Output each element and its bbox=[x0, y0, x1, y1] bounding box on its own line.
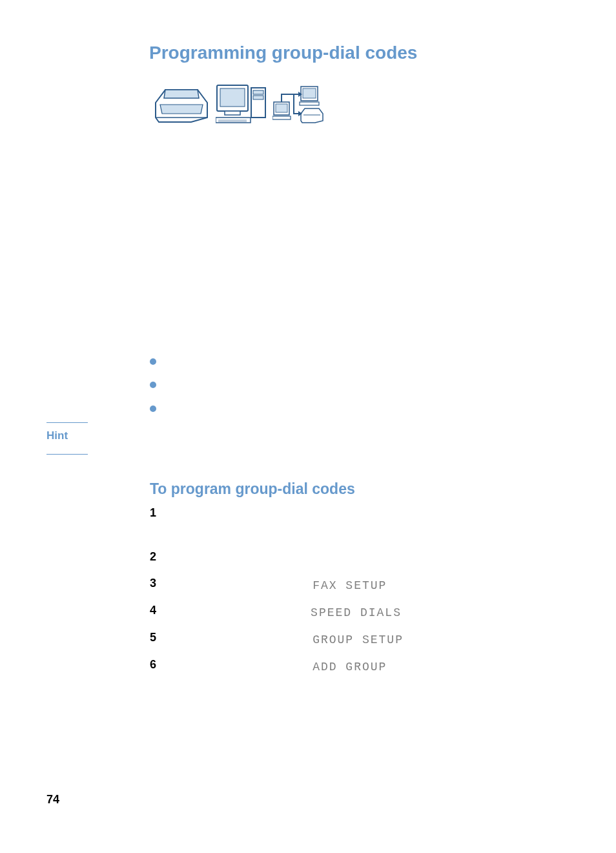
step-item: 4 Press Enter/Menu to select SPEED DIALS… bbox=[150, 604, 558, 622]
step-text: Press Enter/Menu. bbox=[168, 550, 558, 568]
step-number: 3 bbox=[150, 577, 168, 590]
lcd-display-text: FAX SETUP bbox=[313, 579, 387, 592]
svg-rect-5 bbox=[253, 96, 263, 99]
step-number: 6 bbox=[150, 658, 168, 672]
svg-rect-14 bbox=[300, 102, 319, 105]
svg-rect-10 bbox=[276, 104, 287, 112]
bullet-text: To program group-dial codes bbox=[165, 355, 313, 371]
hint-text: Speed-dial codes, one-touch keys, and gr… bbox=[150, 429, 558, 460]
bullet-item: To delete an individual in a group-dial … bbox=[150, 402, 558, 418]
bullet-item: To program group-dial codes bbox=[150, 355, 558, 371]
step-text: Press Enter/Menu to select SPEED DIALS. bbox=[168, 604, 558, 622]
desktop-computer-icon bbox=[216, 83, 267, 124]
svg-rect-13 bbox=[303, 88, 316, 98]
step-text-span: Use the < or > key to select bbox=[168, 579, 313, 591]
bullet-text: To delete an individual in a group-dial … bbox=[165, 402, 385, 418]
step-text-span: . bbox=[402, 606, 405, 619]
hint-label: Hint bbox=[46, 423, 88, 454]
step-text: Assign a speed-dial code to each fax num… bbox=[168, 506, 558, 541]
printer-icon bbox=[152, 87, 210, 124]
step-item: 5 Use the < or > key to select GROUP SET… bbox=[150, 631, 558, 649]
intro-paragraph-2: Any individual can be added to a group. … bbox=[150, 232, 558, 280]
step-number: 5 bbox=[150, 631, 168, 644]
step-number: 2 bbox=[150, 550, 168, 564]
instructions-lead-in: Use the instructions below to manage you… bbox=[150, 303, 558, 319]
step-number: 4 bbox=[150, 604, 168, 617]
step-text-span: Assign a speed-dial code to each fax num… bbox=[168, 508, 542, 539]
step-text-span: Use the < or > key to select bbox=[168, 633, 313, 646]
step-text-span: Use the < or > key to select bbox=[168, 660, 313, 673]
step-text-span: and press Enter/Menu. bbox=[404, 633, 524, 646]
chapter-label: Chapter 3 — Managing contacts and group … bbox=[77, 793, 336, 807]
device-illustration bbox=[152, 83, 324, 124]
lcd-display-text: GROUP SETUP bbox=[313, 633, 404, 646]
bullet-dot-icon bbox=[150, 382, 156, 388]
step-item: 6 Use the < or > key to select ADD GROUP… bbox=[150, 658, 558, 676]
lcd-display-text: ADD GROUP bbox=[313, 661, 387, 673]
bullet-dot-icon bbox=[150, 406, 156, 412]
step-text: Use the < or > key to select GROUP SETUP… bbox=[168, 631, 558, 649]
step-text-span: and press Enter/Menu. bbox=[387, 579, 508, 591]
intro-paragraph-1: If you send information to the same grou… bbox=[150, 145, 558, 208]
lcd-display-text: SPEED DIALS bbox=[311, 606, 402, 619]
svg-rect-1 bbox=[220, 88, 245, 107]
step-item: 3 Use the < or > key to select FAX SETUP… bbox=[150, 577, 558, 595]
svg-rect-11 bbox=[272, 116, 291, 119]
step-text-span: Press Enter/Menu to select bbox=[168, 606, 311, 619]
hint-bottom-rule bbox=[46, 454, 88, 455]
step-item: 2 Press Enter/Menu. bbox=[150, 550, 558, 568]
bullet-text: To delete group-dial codes bbox=[165, 378, 302, 394]
page-title: Programming group-dial codes bbox=[149, 43, 417, 63]
step-text-span: Press Enter/Menu. bbox=[168, 552, 264, 565]
step-text: Use the < or > key to select ADD GROUP a… bbox=[168, 658, 558, 676]
network-computer-printer-icon bbox=[272, 85, 324, 124]
step-number: 1 bbox=[150, 506, 168, 520]
svg-rect-4 bbox=[253, 90, 263, 94]
step-item: 1 Assign a speed-dial code to each fax n… bbox=[150, 506, 558, 541]
page-number: 74 bbox=[46, 793, 59, 807]
section-heading: To program group-dial codes bbox=[150, 480, 355, 498]
bullet-item: To delete group-dial codes bbox=[150, 378, 558, 394]
bullet-list: To program group-dial codes To delete gr… bbox=[150, 355, 558, 426]
step-list: 1 Assign a speed-dial code to each fax n… bbox=[150, 506, 558, 685]
bullet-dot-icon bbox=[150, 358, 156, 365]
svg-rect-2 bbox=[225, 111, 240, 115]
hint-sidebar: Hint bbox=[46, 422, 88, 455]
step-text-span: and press Enter/Menu. bbox=[387, 660, 508, 673]
step-text: Use the < or > key to select FAX SETUP a… bbox=[168, 577, 558, 595]
